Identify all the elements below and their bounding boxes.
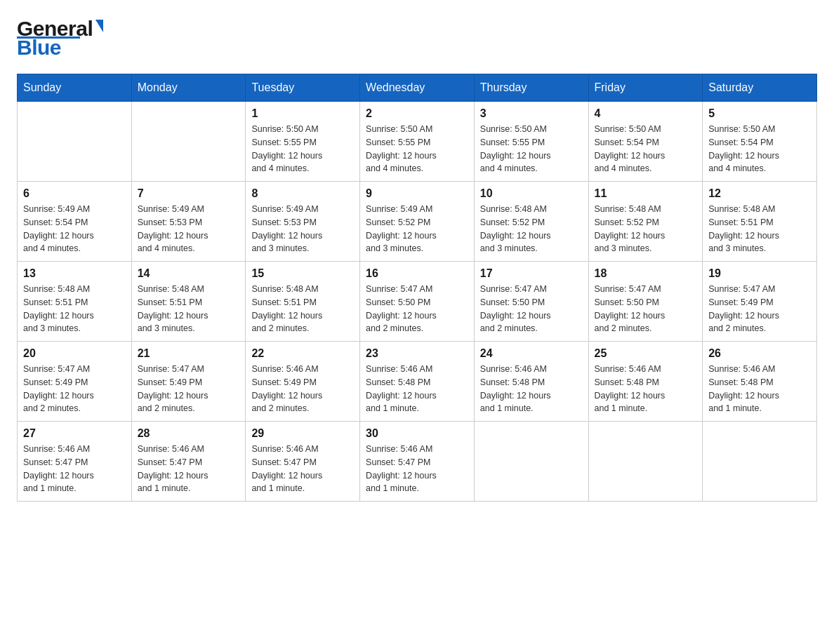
day-cell: 27Sunrise: 5:46 AM Sunset: 5:47 PM Dayli…	[18, 422, 132, 502]
header-tuesday: Tuesday	[246, 74, 360, 102]
day-info: Sunrise: 5:48 AM Sunset: 5:51 PM Dayligh…	[138, 283, 240, 335]
logo-triangle-icon	[95, 20, 103, 32]
day-info: Sunrise: 5:48 AM Sunset: 5:51 PM Dayligh…	[251, 283, 354, 335]
day-info: Sunrise: 5:46 AM Sunset: 5:48 PM Dayligh…	[708, 363, 811, 415]
day-cell: 24Sunrise: 5:46 AM Sunset: 5:48 PM Dayli…	[474, 342, 588, 422]
day-number: 5	[708, 107, 811, 120]
day-cell: 30Sunrise: 5:46 AM Sunset: 5:47 PM Dayli…	[360, 422, 475, 502]
day-number: 30	[366, 427, 468, 440]
day-cell: 1Sunrise: 5:50 AM Sunset: 5:55 PM Daylig…	[246, 102, 360, 182]
logo: General Blue	[17, 17, 103, 60]
day-info: Sunrise: 5:47 AM Sunset: 5:49 PM Dayligh…	[708, 283, 811, 335]
day-number: 23	[366, 347, 468, 360]
day-number: 18	[595, 267, 697, 280]
day-number: 15	[251, 267, 354, 280]
day-info: Sunrise: 5:46 AM Sunset: 5:48 PM Dayligh…	[595, 363, 697, 415]
logo-blue: Blue	[17, 36, 61, 60]
day-number: 27	[23, 427, 126, 440]
day-cell: 23Sunrise: 5:46 AM Sunset: 5:48 PM Dayli…	[360, 342, 475, 422]
day-number: 13	[23, 267, 126, 280]
day-number: 17	[480, 267, 583, 280]
day-cell: 17Sunrise: 5:47 AM Sunset: 5:50 PM Dayli…	[474, 262, 588, 342]
day-cell: 4Sunrise: 5:50 AM Sunset: 5:54 PM Daylig…	[588, 102, 703, 182]
day-number: 7	[138, 187, 240, 200]
day-info: Sunrise: 5:50 AM Sunset: 5:55 PM Dayligh…	[251, 123, 354, 175]
day-number: 2	[366, 107, 468, 120]
week-row-2: 6Sunrise: 5:49 AM Sunset: 5:54 PM Daylig…	[18, 182, 817, 262]
day-info: Sunrise: 5:50 AM Sunset: 5:54 PM Dayligh…	[708, 123, 811, 175]
day-number: 26	[708, 347, 811, 360]
day-number: 21	[138, 347, 240, 360]
day-info: Sunrise: 5:49 AM Sunset: 5:53 PM Dayligh…	[251, 203, 354, 255]
day-number: 10	[480, 187, 583, 200]
day-cell: 12Sunrise: 5:48 AM Sunset: 5:51 PM Dayli…	[703, 182, 817, 262]
header-friday: Friday	[588, 74, 703, 102]
day-info: Sunrise: 5:46 AM Sunset: 5:48 PM Dayligh…	[366, 363, 468, 415]
day-cell: 3Sunrise: 5:50 AM Sunset: 5:55 PM Daylig…	[474, 102, 588, 182]
header-thursday: Thursday	[474, 74, 588, 102]
day-cell: 15Sunrise: 5:48 AM Sunset: 5:51 PM Dayli…	[246, 262, 360, 342]
day-info: Sunrise: 5:47 AM Sunset: 5:49 PM Dayligh…	[138, 363, 240, 415]
day-cell: 20Sunrise: 5:47 AM Sunset: 5:49 PM Dayli…	[18, 342, 132, 422]
day-number: 29	[251, 427, 354, 440]
day-number: 11	[595, 187, 697, 200]
day-number: 25	[595, 347, 697, 360]
day-number: 12	[708, 187, 811, 200]
week-row-4: 20Sunrise: 5:47 AM Sunset: 5:49 PM Dayli…	[18, 342, 817, 422]
day-number: 1	[251, 107, 354, 120]
day-info: Sunrise: 5:47 AM Sunset: 5:49 PM Dayligh…	[23, 363, 126, 415]
day-info: Sunrise: 5:49 AM Sunset: 5:52 PM Dayligh…	[366, 203, 468, 255]
day-cell: 7Sunrise: 5:49 AM Sunset: 5:53 PM Daylig…	[131, 182, 246, 262]
day-number: 4	[595, 107, 697, 120]
day-cell	[131, 102, 246, 182]
day-cell	[474, 422, 588, 502]
day-number: 6	[23, 187, 126, 200]
calendar-header-row: SundayMondayTuesdayWednesdayThursdayFrid…	[18, 74, 817, 102]
day-info: Sunrise: 5:48 AM Sunset: 5:51 PM Dayligh…	[708, 203, 811, 255]
day-number: 3	[480, 107, 583, 120]
day-info: Sunrise: 5:49 AM Sunset: 5:53 PM Dayligh…	[138, 203, 240, 255]
day-info: Sunrise: 5:46 AM Sunset: 5:47 PM Dayligh…	[138, 443, 240, 495]
day-number: 9	[366, 187, 468, 200]
header-monday: Monday	[131, 74, 246, 102]
day-cell: 21Sunrise: 5:47 AM Sunset: 5:49 PM Dayli…	[131, 342, 246, 422]
day-info: Sunrise: 5:49 AM Sunset: 5:54 PM Dayligh…	[23, 203, 126, 255]
day-info: Sunrise: 5:47 AM Sunset: 5:50 PM Dayligh…	[366, 283, 468, 335]
day-cell: 2Sunrise: 5:50 AM Sunset: 5:55 PM Daylig…	[360, 102, 475, 182]
day-cell: 28Sunrise: 5:46 AM Sunset: 5:47 PM Dayli…	[131, 422, 246, 502]
day-info: Sunrise: 5:46 AM Sunset: 5:48 PM Dayligh…	[480, 363, 583, 415]
day-cell: 19Sunrise: 5:47 AM Sunset: 5:49 PM Dayli…	[703, 262, 817, 342]
day-number: 14	[138, 267, 240, 280]
day-cell	[18, 102, 132, 182]
day-info: Sunrise: 5:46 AM Sunset: 5:49 PM Dayligh…	[251, 363, 354, 415]
calendar-table: SundayMondayTuesdayWednesdayThursdayFrid…	[17, 74, 817, 502]
day-cell: 29Sunrise: 5:46 AM Sunset: 5:47 PM Dayli…	[246, 422, 360, 502]
day-cell: 13Sunrise: 5:48 AM Sunset: 5:51 PM Dayli…	[18, 262, 132, 342]
day-number: 20	[23, 347, 126, 360]
day-cell: 6Sunrise: 5:49 AM Sunset: 5:54 PM Daylig…	[18, 182, 132, 262]
week-row-3: 13Sunrise: 5:48 AM Sunset: 5:51 PM Dayli…	[18, 262, 817, 342]
day-info: Sunrise: 5:46 AM Sunset: 5:47 PM Dayligh…	[23, 443, 126, 495]
day-number: 16	[366, 267, 468, 280]
day-cell: 9Sunrise: 5:49 AM Sunset: 5:52 PM Daylig…	[360, 182, 475, 262]
day-info: Sunrise: 5:46 AM Sunset: 5:47 PM Dayligh…	[251, 443, 354, 495]
day-cell: 22Sunrise: 5:46 AM Sunset: 5:49 PM Dayli…	[246, 342, 360, 422]
week-row-1: 1Sunrise: 5:50 AM Sunset: 5:55 PM Daylig…	[18, 102, 817, 182]
day-cell: 26Sunrise: 5:46 AM Sunset: 5:48 PM Dayli…	[703, 342, 817, 422]
day-info: Sunrise: 5:50 AM Sunset: 5:55 PM Dayligh…	[480, 123, 583, 175]
header-saturday: Saturday	[703, 74, 817, 102]
day-cell	[588, 422, 703, 502]
day-cell	[703, 422, 817, 502]
day-cell: 11Sunrise: 5:48 AM Sunset: 5:52 PM Dayli…	[588, 182, 703, 262]
day-cell: 18Sunrise: 5:47 AM Sunset: 5:50 PM Dayli…	[588, 262, 703, 342]
day-number: 8	[251, 187, 354, 200]
day-cell: 16Sunrise: 5:47 AM Sunset: 5:50 PM Dayli…	[360, 262, 475, 342]
header-sunday: Sunday	[18, 74, 132, 102]
day-cell: 25Sunrise: 5:46 AM Sunset: 5:48 PM Dayli…	[588, 342, 703, 422]
page-header: General Blue	[17, 17, 817, 60]
day-info: Sunrise: 5:48 AM Sunset: 5:52 PM Dayligh…	[595, 203, 697, 255]
day-info: Sunrise: 5:47 AM Sunset: 5:50 PM Dayligh…	[480, 283, 583, 335]
day-number: 22	[251, 347, 354, 360]
day-info: Sunrise: 5:48 AM Sunset: 5:51 PM Dayligh…	[23, 283, 126, 335]
day-cell: 14Sunrise: 5:48 AM Sunset: 5:51 PM Dayli…	[131, 262, 246, 342]
